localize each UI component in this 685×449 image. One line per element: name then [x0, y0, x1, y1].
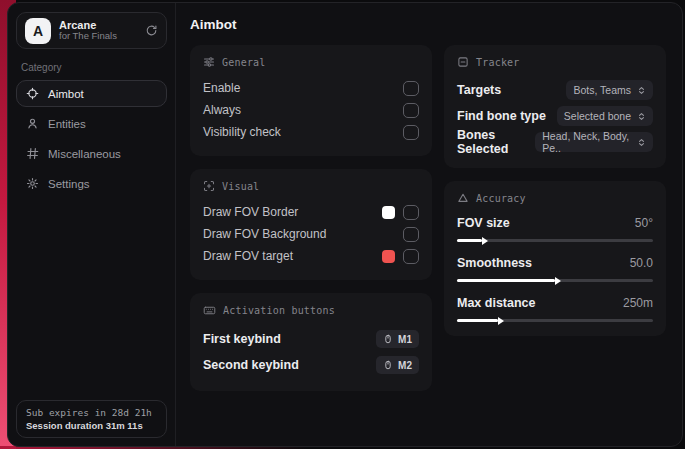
sidebar-item-entities[interactable]: Entities — [16, 110, 167, 137]
keybind-value: M1 — [398, 334, 412, 345]
card-title-label: Visual — [222, 181, 259, 192]
general-card: General Enable Always Visibility check — [190, 45, 432, 156]
setting-row-max-distance: Max distance 250m — [457, 293, 653, 322]
slider-fill — [457, 239, 482, 242]
max-distance-slider[interactable] — [457, 319, 653, 322]
keybind-value: M2 — [398, 360, 412, 371]
max-distance-value: 250m — [623, 296, 653, 310]
tracker-card-header: Tracker — [457, 56, 653, 68]
setting-label: Smoothness — [457, 256, 532, 270]
find-bone-type-select[interactable]: Selected bone — [557, 106, 653, 126]
category-label: Category — [21, 62, 167, 73]
setting-row-draw-fov-target: Draw FOV target — [203, 245, 419, 267]
session-duration-text: Session duration 31m 11s — [26, 420, 157, 431]
mouse-icon — [383, 334, 393, 344]
targets-select[interactable]: Bots, Teams — [566, 80, 653, 100]
always-checkbox[interactable] — [403, 103, 419, 118]
setting-label: FOV size — [457, 216, 510, 230]
draw-fov-target-checkbox[interactable] — [403, 249, 419, 264]
select-value: Bots, Teams — [573, 84, 631, 96]
bones-selected-select[interactable]: Head, Neck, Body, Pe.. — [535, 132, 653, 152]
smoothness-slider[interactable] — [457, 279, 653, 282]
sidebar-item-label: Aimbot — [48, 88, 84, 100]
sidebar: A Arcane for The Finals Category Aimbot — [8, 3, 176, 446]
sidebar-item-label: Miscellaneous — [48, 148, 121, 160]
scan-line-icon — [457, 56, 469, 68]
activation-card: Activation buttons First keybind M1 — [190, 293, 432, 391]
triangle-icon — [457, 192, 469, 204]
card-title-label: Accuracy — [476, 193, 526, 204]
setting-row-fov-size: FOV size 50° — [457, 213, 653, 242]
slider-thumb[interactable] — [555, 277, 561, 285]
chevrons-up-down-icon — [637, 112, 646, 121]
card-title-label: General — [222, 57, 266, 68]
setting-row-always: Always — [203, 99, 419, 121]
page-title: Aimbot — [190, 17, 666, 32]
general-card-header: General — [203, 56, 419, 68]
tracker-card: Tracker Targets Bots, Teams — [444, 45, 666, 168]
app-subtitle: for The Finals — [59, 31, 137, 42]
setting-label: Targets — [457, 83, 501, 97]
sidebar-item-label: Entities — [48, 118, 86, 130]
setting-row-first-keybind: First keybind M1 — [203, 326, 419, 352]
setting-label: Find bone type — [457, 109, 546, 123]
setting-row-smoothness: Smoothness 50.0 — [457, 253, 653, 282]
sidebar-item-settings[interactable]: Settings — [16, 170, 167, 197]
sidebar-item-label: Settings — [48, 178, 90, 190]
activation-card-header: Activation buttons — [203, 304, 419, 317]
main-content: Aimbot General — [176, 3, 682, 446]
setting-row-draw-fov-border: Draw FOV Border — [203, 201, 419, 223]
enable-checkbox[interactable] — [403, 81, 419, 96]
sidebar-item-miscellaneous[interactable]: Miscellaneous — [16, 140, 167, 167]
accuracy-card-header: Accuracy — [457, 192, 653, 204]
setting-row-visibility-check: Visibility check — [203, 121, 419, 143]
card-title-label: Activation buttons — [223, 305, 335, 316]
fov-size-value: 50° — [635, 216, 653, 230]
app-logo: A — [25, 18, 51, 44]
sidebar-item-aimbot[interactable]: Aimbot — [16, 80, 167, 107]
setting-label: First keybind — [203, 332, 281, 346]
setting-row-find-bone-type: Find bone type Selected bone — [457, 103, 653, 129]
setting-label: Draw FOV Background — [203, 227, 326, 241]
fov-border-color-swatch[interactable] — [382, 206, 395, 219]
setting-label: Enable — [203, 81, 240, 95]
second-keybind-button[interactable]: M2 — [376, 356, 419, 374]
fov-target-color-swatch[interactable] — [382, 250, 395, 263]
setting-label: Max distance — [457, 296, 536, 310]
setting-label: Second keybind — [203, 358, 299, 372]
visual-card-header: Visual — [203, 180, 419, 192]
fov-size-slider[interactable] — [457, 239, 653, 242]
slider-thumb[interactable] — [498, 317, 504, 325]
setting-label: Always — [203, 103, 241, 117]
slider-fill — [457, 279, 555, 282]
accuracy-card: Accuracy FOV size 50° — [444, 181, 666, 336]
sub-expiry-text: Sub expires in 28d 21h — [26, 407, 157, 418]
refresh-icon[interactable] — [145, 24, 158, 37]
focus-plus-icon — [203, 180, 215, 192]
app-window: A Arcane for The Finals Category Aimbot — [7, 2, 683, 447]
setting-row-enable: Enable — [203, 77, 419, 99]
card-title-label: Tracker — [476, 57, 520, 68]
setting-row-targets: Targets Bots, Teams — [457, 77, 653, 103]
draw-fov-background-checkbox[interactable] — [403, 227, 419, 242]
draw-fov-border-checkbox[interactable] — [403, 205, 419, 220]
chevrons-up-down-icon — [637, 138, 646, 147]
first-keybind-button[interactable]: M1 — [376, 330, 419, 348]
sliders-icon — [203, 56, 215, 68]
select-value: Head, Neck, Body, Pe.. — [542, 130, 631, 154]
setting-label: Draw FOV Border — [203, 205, 298, 219]
mouse-icon — [383, 360, 393, 370]
brand-text: Arcane for The Finals — [59, 19, 137, 43]
slider-fill — [457, 319, 498, 322]
setting-row-second-keybind: Second keybind M2 — [203, 352, 419, 378]
visibility-check-checkbox[interactable] — [403, 125, 419, 140]
crosshair-icon — [26, 87, 39, 100]
setting-label: Visibility check — [203, 125, 281, 139]
gear-icon — [26, 177, 39, 190]
smoothness-value: 50.0 — [630, 256, 653, 270]
brand-card: A Arcane for The Finals — [16, 12, 167, 49]
hash-icon — [26, 147, 39, 160]
visual-card: Visual Draw FOV Border Draw FOV Backgrou… — [190, 169, 432, 280]
slider-thumb[interactable] — [482, 237, 488, 245]
person-icon — [26, 117, 39, 130]
